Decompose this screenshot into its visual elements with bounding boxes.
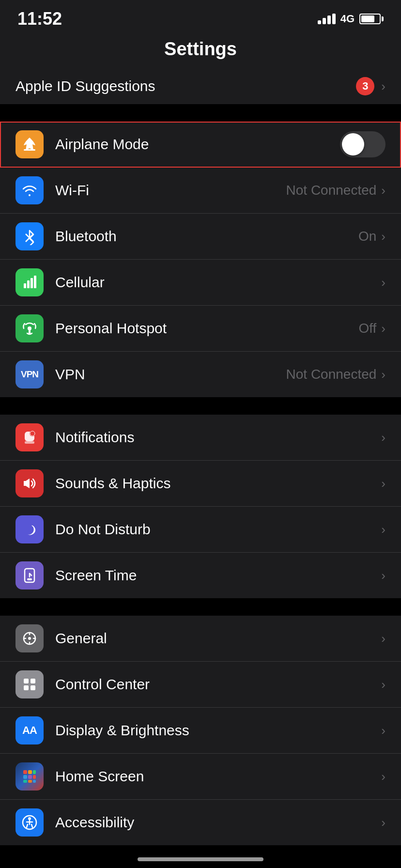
connectivity-section: Airplane Mode Wi-Fi Not Connected › <box>0 122 401 397</box>
airplane-mode-icon <box>15 130 44 158</box>
apple-id-suggestions-row[interactable]: Apple ID Suggestions 3 › <box>0 68 401 104</box>
svg-rect-0 <box>24 149 35 151</box>
notifications-label: Notifications <box>55 429 381 446</box>
screentime-chevron-icon: › <box>381 568 386 583</box>
general-chevron-icon: › <box>381 631 386 646</box>
hotspot-row[interactable]: Personal Hotspot Off › <box>0 306 401 352</box>
hotspot-value: Off <box>358 321 376 336</box>
vpn-value: Not Connected <box>286 367 377 382</box>
bluetooth-chevron-icon: › <box>381 229 386 244</box>
svg-rect-23 <box>24 685 29 690</box>
svg-rect-29 <box>28 775 32 779</box>
signal-bars-icon <box>318 14 336 24</box>
wifi-chevron-icon: › <box>381 183 386 198</box>
notifications-icon <box>15 423 44 451</box>
svg-rect-26 <box>28 770 32 774</box>
sounds-label: Sounds & Haptics <box>55 475 381 492</box>
accessibility-row[interactable]: Accessibility › <box>0 800 401 845</box>
homescreen-icon <box>15 762 44 790</box>
svg-rect-22 <box>31 679 35 683</box>
bluetooth-row[interactable]: Bluetooth On › <box>0 214 401 260</box>
svg-rect-24 <box>31 685 35 690</box>
divider-2 <box>0 397 401 415</box>
notifications-chevron-icon: › <box>381 430 386 445</box>
hotspot-chevron-icon: › <box>381 321 386 336</box>
svg-rect-5 <box>31 278 33 288</box>
svg-rect-31 <box>23 780 27 783</box>
sounds-chevron-icon: › <box>381 476 386 491</box>
accessibility-label: Accessibility <box>55 814 381 831</box>
controlcenter-row[interactable]: Control Center › <box>0 662 401 708</box>
sounds-row[interactable]: Sounds & Haptics › <box>0 461 401 507</box>
vpn-chevron-icon: › <box>381 367 386 382</box>
general-icon <box>15 624 44 652</box>
vpn-icon: VPN <box>15 360 44 388</box>
svg-rect-3 <box>24 283 26 288</box>
apple-id-badge: 3 <box>356 77 374 95</box>
controlcenter-label: Control Center <box>55 676 381 693</box>
divider-3 <box>0 598 401 616</box>
cellular-icon <box>15 268 44 296</box>
controlcenter-icon <box>15 670 44 698</box>
svg-rect-30 <box>33 775 36 779</box>
accessibility-chevron-icon: › <box>381 815 386 830</box>
divider-1 <box>0 104 401 122</box>
svg-point-20 <box>28 637 31 640</box>
hotspot-label: Personal Hotspot <box>55 320 358 337</box>
apple-id-section: Apple ID Suggestions 3 › <box>0 68 401 104</box>
svg-rect-4 <box>27 280 30 288</box>
svg-rect-6 <box>34 276 36 288</box>
cellular-label: Cellular <box>55 274 381 291</box>
display-row[interactable]: AA Display & Brightness › <box>0 708 401 754</box>
wifi-icon <box>15 176 44 204</box>
screentime-row[interactable]: Screen Time › <box>0 553 401 598</box>
screentime-label: Screen Time <box>55 567 381 584</box>
donotdisturb-label: Do Not Disturb <box>55 521 381 538</box>
svg-rect-32 <box>28 780 32 783</box>
bluetooth-icon <box>15 222 44 250</box>
wifi-label: Wi-Fi <box>55 182 286 199</box>
donotdisturb-row[interactable]: Do Not Disturb › <box>0 507 401 553</box>
airplane-mode-label: Airplane Mode <box>55 136 340 153</box>
sounds-icon <box>15 469 44 497</box>
airplane-mode-toggle[interactable] <box>340 131 386 157</box>
status-icons: 4G <box>318 13 384 25</box>
svg-rect-13 <box>25 441 34 444</box>
homescreen-chevron-icon: › <box>381 769 386 784</box>
apple-id-chevron-icon: › <box>381 79 386 94</box>
notifications-section: Notifications › Sounds & Haptics › Do No… <box>0 415 401 598</box>
svg-rect-14 <box>24 481 26 486</box>
accessibility-icon <box>15 808 44 837</box>
bluetooth-value: On <box>358 229 376 244</box>
display-label: Display & Brightness <box>55 722 381 739</box>
svg-point-12 <box>30 431 35 436</box>
apple-id-label: Apple ID Suggestions <box>15 78 356 94</box>
cellular-row[interactable]: Cellular › <box>0 260 401 306</box>
homescreen-row[interactable]: Home Screen › <box>0 754 401 800</box>
general-row[interactable]: General › <box>0 616 401 662</box>
svg-point-35 <box>28 817 31 820</box>
battery-icon <box>359 14 384 24</box>
status-bar: 11:52 4G <box>0 0 401 34</box>
system-section: General › Control Center › AA Display & … <box>0 616 401 845</box>
vpn-row[interactable]: VPN VPN Not Connected › <box>0 352 401 397</box>
page-header: Settings <box>0 34 401 68</box>
controlcenter-chevron-icon: › <box>381 677 386 692</box>
home-indicator <box>138 857 263 861</box>
general-label: General <box>55 630 381 647</box>
screentime-icon <box>15 561 44 589</box>
notifications-row[interactable]: Notifications › <box>0 415 401 461</box>
display-chevron-icon: › <box>381 723 386 738</box>
svg-rect-33 <box>33 780 36 783</box>
donotdisturb-chevron-icon: › <box>381 522 386 537</box>
homescreen-label: Home Screen <box>55 768 381 785</box>
svg-rect-16 <box>27 578 32 580</box>
page-title: Settings <box>164 39 237 59</box>
donotdisturb-icon <box>15 515 44 543</box>
svg-rect-27 <box>33 770 36 774</box>
wifi-row[interactable]: Wi-Fi Not Connected › <box>0 168 401 214</box>
svg-rect-28 <box>23 775 27 779</box>
display-icon: AA <box>15 716 44 744</box>
network-type: 4G <box>340 13 355 25</box>
airplane-mode-row[interactable]: Airplane Mode <box>0 122 401 168</box>
